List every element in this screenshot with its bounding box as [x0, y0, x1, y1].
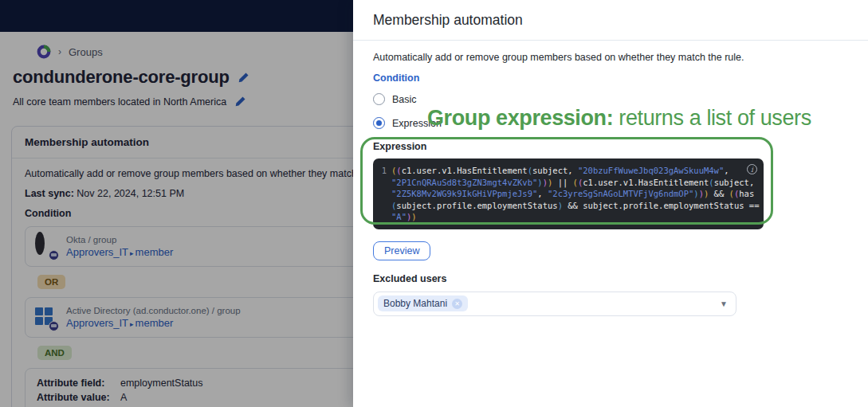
drawer-description: Automatically add or remove group member…: [373, 52, 848, 63]
excluded-user-chip: Bobby Mahtani ✕: [378, 295, 468, 311]
radio-basic-label: Basic: [392, 94, 417, 105]
preview-button[interactable]: Preview: [373, 241, 430, 260]
remove-user-icon[interactable]: ✕: [452, 299, 462, 309]
drawer-title: Membership automation: [353, 0, 868, 29]
excluded-users-select[interactable]: Bobby Mahtani ✕ ▼: [373, 292, 736, 316]
radio-basic[interactable]: Basic: [373, 93, 848, 105]
radio-expression-label: Expression: [392, 118, 442, 129]
radio-expression-circle-icon[interactable]: [373, 117, 385, 129]
info-icon[interactable]: i: [747, 164, 757, 174]
screen: › Groups condunderone-core-group All cor…: [0, 0, 868, 407]
expression-code-editor[interactable]: 1((c1.user.v1.HasEntitlement(subject, "2…: [373, 158, 764, 229]
radio-basic-circle-icon[interactable]: [373, 93, 385, 105]
chevron-down-icon[interactable]: ▼: [720, 299, 728, 308]
code-lines: 1((c1.user.v1.HasEntitlement(subject, "2…: [379, 165, 743, 223]
expression-label: Expression: [373, 141, 848, 152]
drawer-condition-label: Condition: [373, 72, 848, 84]
radio-expression[interactable]: Expression: [373, 117, 848, 129]
excluded-user-name: Bobby Mahtani: [383, 298, 447, 309]
membership-automation-drawer: Membership automation Automatically add …: [353, 0, 868, 407]
excluded-users-label: Excluded users: [373, 273, 848, 284]
